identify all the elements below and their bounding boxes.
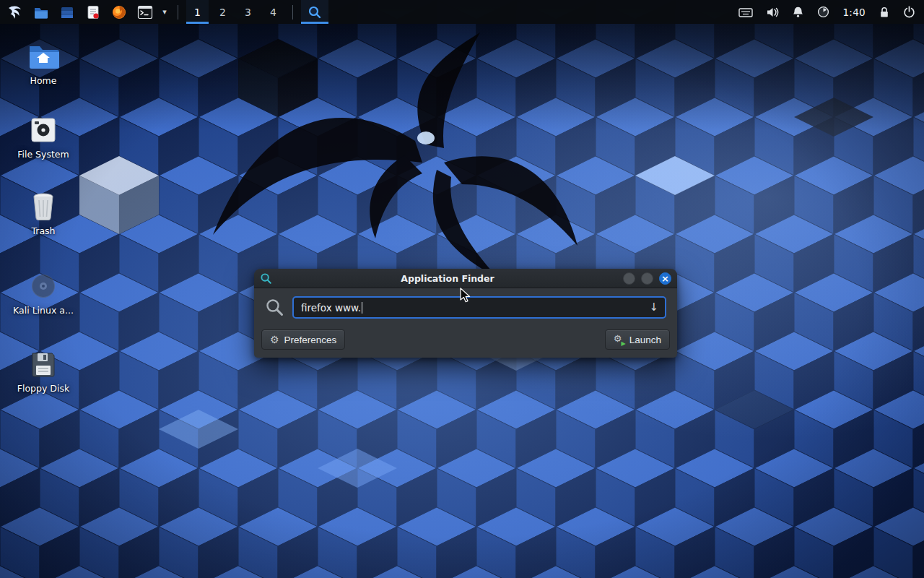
trash-can-icon	[29, 191, 58, 221]
workspace-1-label: 1	[194, 7, 201, 18]
top-panel: ▾ 1 2 3 4	[0, 0, 924, 24]
text-editor-launcher[interactable]	[82, 0, 105, 24]
maximize-button[interactable]	[641, 272, 653, 285]
clock-text: 1:40	[842, 7, 866, 18]
workspace-1[interactable]: 1	[186, 0, 209, 24]
workspace-3-label: 3	[245, 7, 251, 18]
file-manager-launcher[interactable]	[30, 0, 53, 24]
folder-launcher[interactable]	[56, 0, 79, 24]
keyboard-indicator[interactable]	[738, 0, 753, 24]
mouse-cursor	[460, 288, 474, 303]
volume-icon	[766, 7, 779, 18]
workspace-4-label: 4	[270, 7, 276, 18]
power-button[interactable]	[903, 0, 915, 24]
workspace-3[interactable]: 3	[237, 0, 259, 24]
desktop-icon-label: Floppy Disk	[17, 384, 69, 394]
search-icon	[265, 298, 284, 317]
launch-button-label: Launch	[629, 335, 661, 345]
preferences-button[interactable]: ⚙ Preferences	[261, 329, 345, 350]
preferences-button-label: Preferences	[284, 335, 337, 345]
desktop-icon-home[interactable]: Home	[9, 40, 78, 86]
close-icon: ×	[661, 274, 669, 283]
desktop-icon-file-system[interactable]: File System	[9, 116, 78, 160]
keyboard-icon	[738, 7, 753, 18]
bell-icon	[792, 6, 804, 18]
firefox-launcher[interactable]	[108, 0, 131, 24]
terminal-dropdown-chevron[interactable]: ▾	[160, 7, 170, 17]
firefox-icon	[111, 4, 127, 20]
close-button[interactable]: ×	[659, 272, 671, 285]
desktop-icon-label: Home	[30, 76, 57, 86]
floppy-disk-icon	[29, 350, 58, 379]
panel-separator	[292, 5, 293, 20]
application-finder-window-icon	[260, 272, 272, 285]
desktop-icon-kali-linux[interactable]: Kali Linux a...	[9, 272, 78, 316]
desktop-icon-floppy-disk[interactable]: Floppy Disk	[9, 350, 78, 394]
status-indicator-icon	[817, 6, 829, 18]
window-title: Application Finder	[272, 273, 623, 284]
button-row: ⚙ Preferences ⚙ ▶ Launch	[254, 323, 677, 358]
workspace-2[interactable]: 2	[212, 0, 234, 24]
text-caret	[362, 302, 362, 314]
workspace-2-label: 2	[219, 7, 226, 18]
home-folder-icon	[27, 40, 60, 71]
desktop-icon-trash[interactable]: Trash	[9, 191, 78, 236]
application-finder-window: Application Finder × firefox www. ↓	[254, 269, 677, 358]
gear-icon: ⚙	[270, 335, 279, 345]
kali-disc-icon	[29, 272, 58, 301]
file-system-drive-icon	[29, 116, 58, 144]
titlebar[interactable]: Application Finder ×	[254, 269, 677, 288]
chevron-down-icon: ▾	[162, 7, 167, 17]
launch-button[interactable]: ⚙ ▶ Launch	[605, 329, 670, 350]
terminal-launcher[interactable]	[134, 0, 157, 24]
workspace-4[interactable]: 4	[262, 0, 284, 24]
dropdown-arrow-icon[interactable]: ↓	[649, 301, 658, 314]
panel-right-cluster: 1:40	[738, 0, 924, 24]
tasklist-application-finder[interactable]	[301, 0, 328, 24]
status-indicator[interactable]	[817, 0, 829, 24]
minimize-button[interactable]	[623, 272, 635, 285]
clock[interactable]: 1:40	[842, 0, 866, 24]
search-input[interactable]: firefox www. ↓	[292, 296, 666, 319]
terminal-icon	[137, 5, 153, 20]
desktop-icon-label: Kali Linux a...	[13, 306, 74, 316]
desktop-icon-label: Trash	[31, 226, 55, 236]
desktop: ▾ 1 2 3 4	[0, 0, 924, 578]
file-manager-icon	[33, 4, 49, 20]
launch-icon: ⚙ ▶	[614, 335, 624, 345]
search-input-value: firefox www.	[301, 302, 361, 314]
panel-separator	[178, 5, 178, 20]
application-finder-task-icon	[308, 5, 322, 20]
text-editor-icon	[85, 4, 101, 20]
panel-left-cluster: ▾ 1 2 3 4	[0, 0, 328, 24]
kali-logo-icon	[6, 4, 24, 21]
screen-lock-button[interactable]	[879, 0, 890, 24]
volume-control[interactable]	[766, 0, 779, 24]
lock-icon	[879, 6, 890, 18]
window-controls: ×	[623, 272, 671, 285]
folder-icon	[59, 4, 75, 20]
power-icon	[903, 6, 915, 18]
desktop-icon-label: File System	[17, 150, 69, 160]
kali-menu-button[interactable]	[4, 0, 27, 24]
notifications-indicator[interactable]	[792, 0, 804, 24]
